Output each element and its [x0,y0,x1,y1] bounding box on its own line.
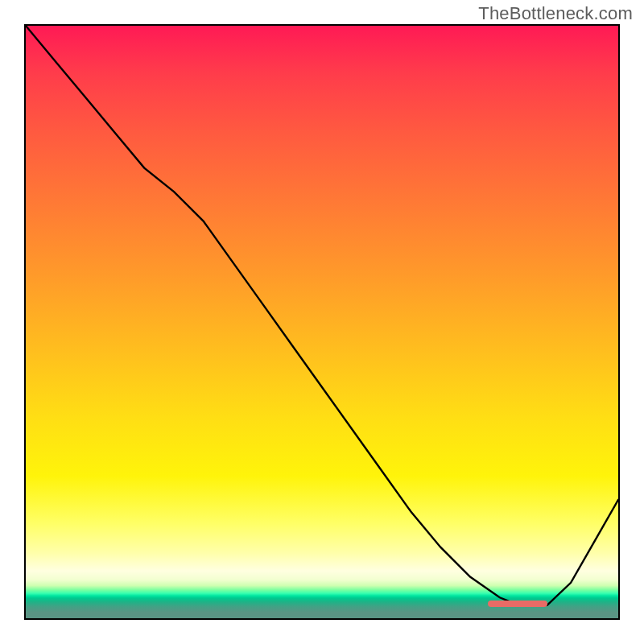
optimal-range-marker [488,601,547,607]
page-root: TheBottleneck.com [0,0,644,644]
plot-frame [24,24,620,620]
marker-layer [26,26,618,618]
watermark-text: TheBottleneck.com [478,3,633,24]
